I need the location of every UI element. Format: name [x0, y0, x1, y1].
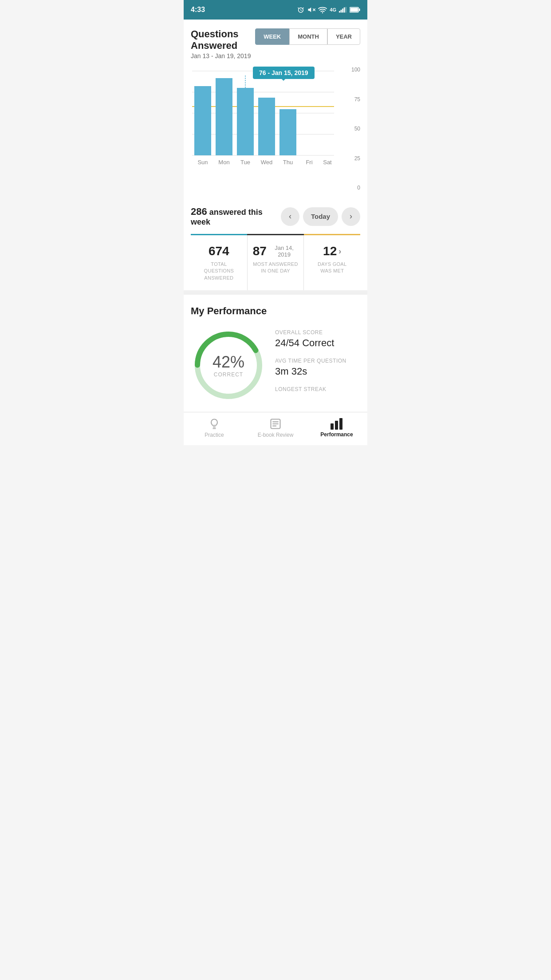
main-content: Questions Answered Jan 13 - Jan 19, 2019…	[184, 20, 367, 290]
stat-total-questions: 674 TOTAL QUESTIONSANSWERED	[191, 235, 248, 290]
week-button[interactable]: WEEK	[255, 28, 289, 45]
svg-text:Wed: Wed	[261, 159, 273, 166]
bar-chart-container: 76 - Jan 15, 2019	[191, 67, 360, 195]
stat-days-goal[interactable]: 12 › DAYS GOALWAS MET	[304, 235, 360, 290]
stats-tabs	[191, 234, 360, 235]
svg-rect-33	[331, 423, 334, 430]
stat-days-arrow: ›	[338, 247, 341, 256]
chart-title-block: Questions Answered Jan 13 - Jan 19, 2019	[191, 28, 255, 59]
status-bar: 4:33 4G	[184, 0, 367, 20]
stats-row: 674 TOTAL QUESTIONSANSWERED 87 Jan 14, 2…	[191, 235, 360, 290]
svg-rect-7	[344, 8, 345, 13]
y-axis-labels: 100 75 50 25 0	[349, 67, 360, 191]
stat-most-value: 87 Jan 14, 2019	[253, 244, 299, 258]
bar-sun[interactable]	[194, 86, 211, 155]
mute-icon	[307, 6, 315, 14]
y-label-100: 100	[351, 67, 360, 73]
stat-days-label: DAYS GOALWAS MET	[309, 261, 355, 275]
bar-mon[interactable]	[216, 78, 232, 155]
nav-buttons: ‹ Today ›	[281, 207, 360, 226]
longest-streak-label: LONGEST STREAK	[275, 386, 360, 392]
y-label-25: 25	[351, 155, 360, 162]
chart-date-range: Jan 13 - Jan 19, 2019	[191, 52, 255, 59]
svg-rect-11	[350, 8, 358, 12]
svg-rect-35	[339, 418, 342, 430]
svg-text:Fri: Fri	[306, 159, 312, 166]
prev-week-button[interactable]: ‹	[281, 207, 299, 226]
battery-icon	[350, 7, 360, 13]
svg-rect-4	[339, 11, 340, 13]
avg-time-value: 3m 32s	[275, 366, 360, 377]
avg-time-label: AVG TIME PER QUESTION	[275, 358, 360, 364]
overall-score-value: 24/54 Correct	[275, 337, 360, 349]
performance-bar-icon	[330, 418, 343, 430]
nav-label-ebook: E-book Review	[258, 432, 294, 438]
week-count-number: 286	[191, 206, 207, 217]
y-label-75: 75	[351, 96, 360, 103]
bulb-icon	[208, 418, 220, 430]
next-week-button[interactable]: ›	[342, 207, 360, 226]
signal-icon	[339, 7, 347, 13]
status-icons: 4G	[297, 6, 360, 14]
y-label-50: 50	[351, 126, 360, 132]
overall-score-label: OVERALL SCORE	[275, 329, 360, 336]
stat-total-label: TOTAL QUESTIONSANSWERED	[196, 261, 242, 281]
chart-header: Questions Answered Jan 13 - Jan 19, 2019…	[191, 28, 360, 59]
bar-chart-svg[interactable]: Sun Mon Tue Wed Thu Fri Sat	[191, 67, 349, 195]
month-button[interactable]: MONTH	[289, 28, 327, 45]
today-button[interactable]: Today	[303, 207, 338, 226]
svg-point-3	[322, 12, 323, 13]
year-button[interactable]: YEAR	[327, 28, 360, 45]
bottom-nav: Practice E-book Review Performance	[184, 412, 367, 445]
stat-total-value: 674	[196, 244, 242, 258]
nav-item-practice[interactable]: Practice	[184, 416, 245, 440]
svg-rect-10	[359, 8, 360, 11]
section-title: My Performance	[191, 305, 360, 317]
svg-text:Thu: Thu	[283, 159, 293, 166]
stat-days-value: 12 ›	[309, 244, 355, 258]
section-divider	[184, 290, 367, 295]
my-performance-section: My Performance 42% CORRECT OVERALL SCORE…	[184, 295, 367, 412]
week-count: 286 answered this week	[191, 206, 281, 227]
wifi-icon	[318, 6, 327, 14]
svg-rect-8	[345, 7, 346, 13]
svg-rect-5	[341, 10, 342, 12]
alarm-icon	[297, 6, 305, 14]
longest-streak-item: LONGEST STREAK	[275, 386, 360, 392]
svg-text:Mon: Mon	[218, 159, 229, 166]
ebook-icon	[269, 418, 282, 430]
stat-days-number: 12	[323, 244, 337, 258]
status-time: 4:33	[191, 6, 205, 14]
nav-label-practice: Practice	[205, 432, 224, 438]
svg-text:Sat: Sat	[323, 159, 332, 166]
tab-indicator-3	[304, 234, 360, 235]
svg-text:Sun: Sun	[197, 159, 208, 166]
tab-indicator-1	[191, 234, 247, 235]
chart-title: Questions Answered	[191, 28, 255, 51]
bar-tue[interactable]	[237, 88, 254, 155]
nav-item-performance[interactable]: Performance	[306, 416, 367, 440]
bar-thu[interactable]	[279, 109, 296, 155]
performance-stats: OVERALL SCORE 24/54 Correct AVG TIME PER…	[275, 329, 360, 401]
week-summary: 286 answered this week ‹ Today ›	[191, 199, 360, 234]
bar-wed[interactable]	[258, 98, 275, 155]
avg-time-item: AVG TIME PER QUESTION 3m 32s	[275, 358, 360, 377]
donut-center: 42% CORRECT	[213, 353, 244, 378]
donut-percent: 42%	[213, 353, 244, 371]
period-buttons: WEEK MONTH YEAR	[255, 28, 360, 45]
overall-score-item: OVERALL SCORE 24/54 Correct	[275, 329, 360, 349]
stat-most-number: 87	[253, 244, 267, 258]
chart-svg-wrapper: Sun Mon Tue Wed Thu Fri Sat 100 75 50 25…	[191, 67, 360, 195]
stat-most-answered: 87 Jan 14, 2019 MOST ANSWEREDIN ONE DAY	[248, 235, 304, 290]
nav-label-performance: Performance	[320, 431, 353, 438]
stat-most-label: MOST ANSWEREDIN ONE DAY	[253, 261, 299, 275]
svg-rect-34	[335, 421, 338, 430]
nav-item-ebook[interactable]: E-book Review	[245, 416, 306, 440]
svg-rect-6	[342, 8, 343, 12]
chart-tooltip: 76 - Jan 15, 2019	[253, 67, 315, 79]
network-label: 4G	[330, 7, 336, 12]
donut-label: CORRECT	[213, 371, 244, 378]
donut-chart: 42% CORRECT	[191, 328, 266, 403]
tab-indicator-2	[247, 234, 303, 235]
y-label-0: 0	[351, 185, 360, 191]
